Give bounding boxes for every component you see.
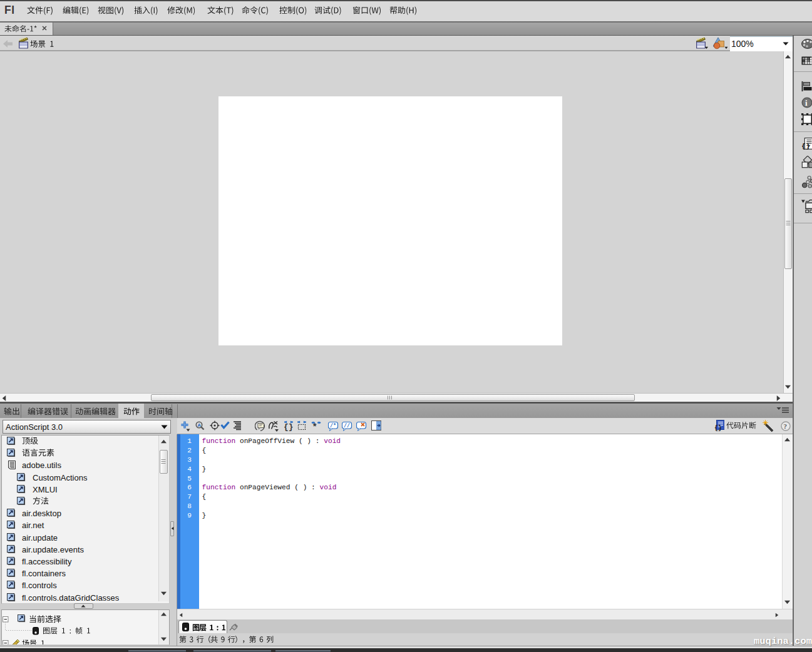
svg-text://: // <box>344 423 350 429</box>
svg-text:{}: {} <box>284 422 294 432</box>
svg-text:i: i <box>805 98 808 108</box>
svg-text:{}: {} <box>801 142 810 151</box>
svg-text:?: ? <box>784 422 788 430</box>
svg-text:/*: /* <box>330 423 336 429</box>
svg-text:{}: {} <box>714 425 722 432</box>
svg-text:A: A <box>197 422 201 428</box>
